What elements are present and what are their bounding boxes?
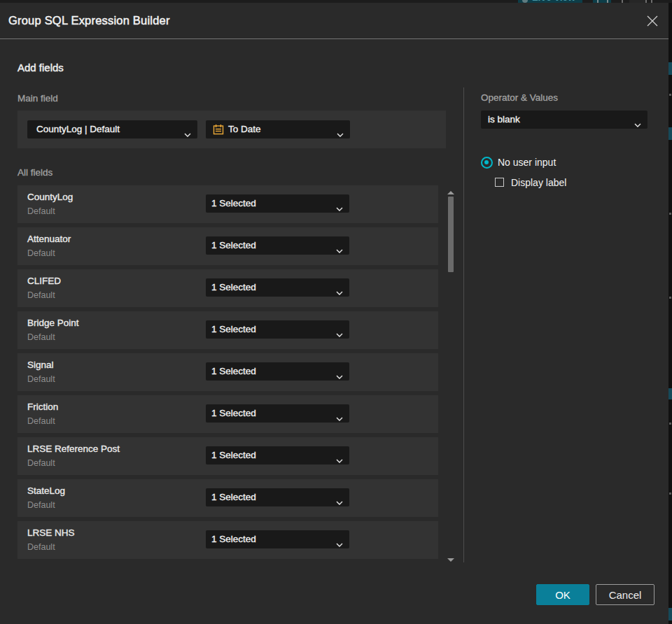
chevron-down-icon: [336, 453, 343, 466]
field-selected-value: 1 Selected: [211, 278, 256, 297]
sidebar-item-fragment: [668, 62, 672, 75]
operator-select[interactable]: is blank: [481, 111, 648, 129]
main-field-select-value: CountyLog | Default: [36, 120, 120, 139]
chevron-down-icon: [337, 127, 344, 140]
sidebar-text-fragment: [669, 423, 671, 425]
chevron-down-icon: [336, 537, 343, 550]
field-selected-select[interactable]: 1 Selected: [206, 404, 349, 423]
field-row: SignalDefault1 Selected: [18, 353, 438, 391]
chevron-down-icon: [336, 243, 343, 256]
field-name: LRSE Reference Post: [27, 444, 120, 454]
no-user-input-label: No user input: [498, 157, 556, 169]
dialog-header: Group SQL Expression Builder: [0, 3, 668, 39]
display-label-text: Display label: [511, 177, 566, 188]
cancel-button[interactable]: Cancel: [596, 584, 654, 605]
column-divider: [463, 87, 464, 562]
field-row: StateLogDefault1 Selected: [18, 479, 438, 517]
all-fields-list: CountyLogDefault1 SelectedAttenuatorDefa…: [18, 185, 438, 562]
chevron-down-icon: [336, 369, 343, 382]
field-name: Attenuator: [27, 234, 71, 244]
field-selected-select[interactable]: 1 Selected: [206, 530, 349, 548]
field-selected-value: 1 Selected: [211, 404, 256, 423]
field-name: Signal: [27, 360, 54, 370]
close-icon: [646, 15, 659, 27]
group-sql-expression-builder-dialog: Group SQL Expression Builder Add fields …: [0, 3, 668, 624]
field-subtitle: Default: [27, 374, 55, 384]
sidebar-item-fragment: [668, 127, 672, 140]
field-subtitle: Default: [27, 290, 55, 300]
field-row: LRSE NHSDefault1 Selected: [18, 521, 438, 559]
field-row: CLIFEDDefault1 Selected: [18, 269, 438, 307]
chevron-down-icon: [336, 411, 343, 424]
field-row: FrictionDefault1 Selected: [18, 395, 438, 433]
field-name: CountyLog: [27, 192, 73, 202]
field-name: Bridge Point: [27, 318, 79, 328]
radio-dot: [484, 160, 489, 164]
field-selected-select[interactable]: 1 Selected: [206, 488, 349, 506]
chevron-down-icon: [336, 327, 343, 340]
date-type-select-value: To Date: [228, 120, 261, 139]
chevron-down-icon: [336, 285, 343, 298]
field-name: StateLog: [27, 485, 65, 496]
scrollbar-up-arrow-icon[interactable]: [447, 191, 454, 194]
field-subtitle: Default: [27, 332, 55, 342]
operator-values-label: Operator & Values: [481, 92, 558, 103]
field-subtitle: Default: [27, 416, 55, 426]
add-fields-heading: Add fields: [18, 62, 64, 73]
field-selected-value: 1 Selected: [211, 446, 256, 465]
field-selected-select[interactable]: 1 Selected: [206, 362, 349, 381]
field-selected-select[interactable]: 1 Selected: [206, 278, 349, 297]
chevron-down-icon: [336, 201, 343, 214]
all-fields-label: All fields: [18, 167, 52, 178]
sidebar-item-fragment: [668, 388, 672, 399]
field-selected-value: 1 Selected: [211, 194, 256, 213]
field-row: LRSE Reference PostDefault1 Selected: [18, 437, 438, 475]
sidebar-text-fragment: [669, 492, 671, 495]
field-subtitle: Default: [27, 542, 55, 552]
field-selected-select[interactable]: 1 Selected: [206, 194, 349, 213]
sidebar-text-fragment: [669, 297, 671, 299]
field-subtitle: Default: [27, 500, 55, 510]
sidebar-text-fragment: [669, 213, 671, 215]
field-name: Friction: [27, 402, 58, 412]
field-selected-value: 1 Selected: [211, 236, 256, 255]
sidebar-text-fragment: [669, 94, 671, 96]
field-selected-value: 1 Selected: [211, 488, 256, 506]
field-subtitle: Default: [27, 206, 55, 216]
field-row: CountyLogDefault1 Selected: [18, 185, 438, 223]
field-name: CLIFED: [27, 276, 61, 286]
chevron-down-icon: [336, 495, 343, 508]
field-selected-select[interactable]: 1 Selected: [206, 320, 349, 339]
field-selected-select[interactable]: 1 Selected: [206, 236, 349, 255]
field-subtitle: Default: [27, 458, 55, 468]
close-button[interactable]: [646, 15, 659, 27]
field-selected-select[interactable]: 1 Selected: [206, 446, 349, 465]
field-row: AttenuatorDefault1 Selected: [18, 227, 438, 265]
main-field-select[interactable]: CountyLog | Default: [27, 120, 197, 139]
sidebar-item-fragment: [668, 608, 672, 621]
scrollbar-thumb[interactable]: [448, 197, 454, 272]
checkbox-unchecked-icon[interactable]: [495, 178, 504, 187]
field-row: Bridge PointDefault1 Selected: [18, 311, 438, 349]
chevron-down-icon: [634, 118, 641, 130]
app-sidebar-strip: [668, 3, 672, 624]
field-selected-value: 1 Selected: [211, 320, 256, 339]
field-subtitle: Default: [27, 248, 55, 258]
scrollbar-down-arrow-icon[interactable]: [447, 558, 454, 562]
date-type-select[interactable]: To Date: [206, 120, 350, 139]
dialog-title: Group SQL Expression Builder: [8, 14, 170, 27]
main-field-panel: CountyLog | Default To Date: [18, 111, 446, 148]
chevron-down-icon: [184, 127, 191, 140]
main-field-label: Main field: [18, 93, 58, 104]
field-name: LRSE NHS: [27, 527, 75, 538]
field-selected-value: 1 Selected: [211, 530, 256, 548]
screen: Live view Group SQL Expression Builder A…: [0, 0, 672, 624]
operator-select-value: is blank: [488, 111, 520, 129]
calendar-icon: [213, 124, 224, 135]
radio-selected-icon[interactable]: [481, 157, 493, 169]
field-selected-value: 1 Selected: [211, 362, 256, 381]
ok-button[interactable]: OK: [536, 584, 589, 605]
